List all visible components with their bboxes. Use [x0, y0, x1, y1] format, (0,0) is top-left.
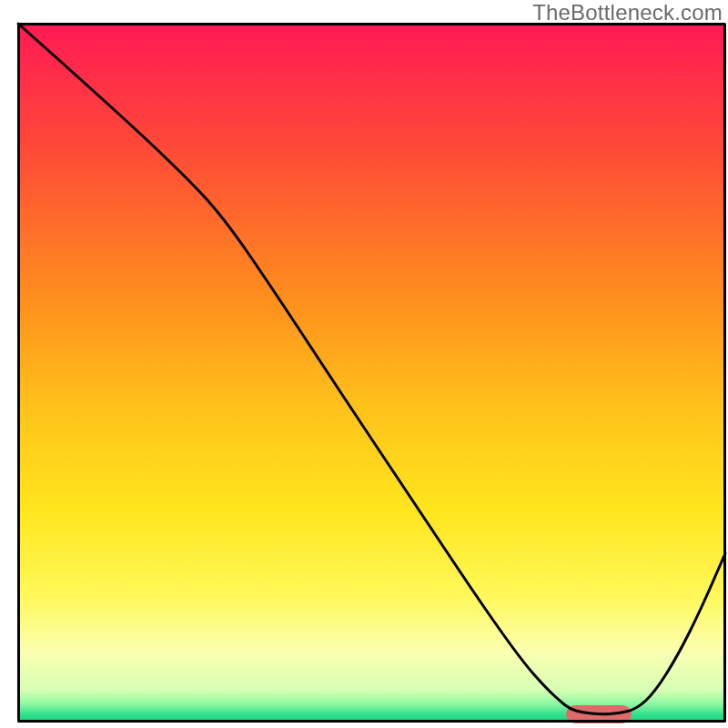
- attribution-text: TheBottleneck.com: [532, 0, 723, 25]
- bottleneck-chart-canvas: [0, 0, 728, 728]
